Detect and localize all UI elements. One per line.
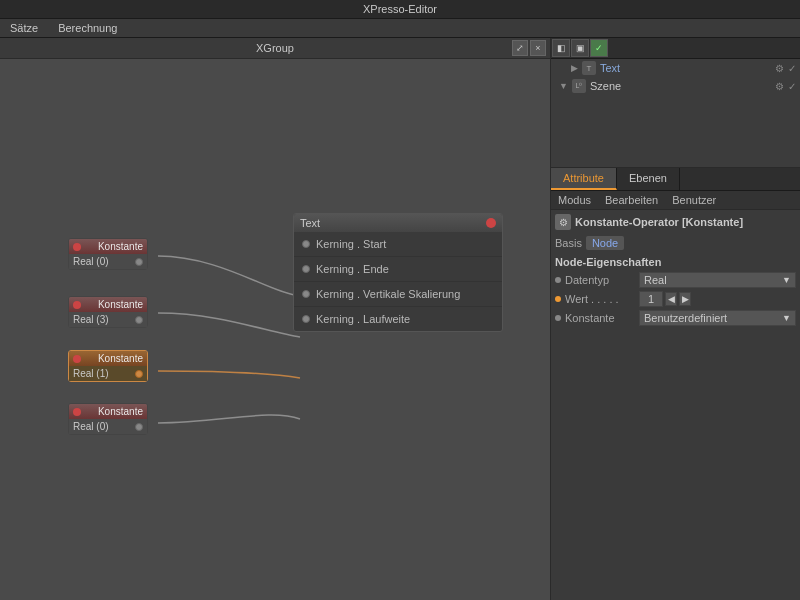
- attr-tool-modus[interactable]: Modus: [555, 193, 594, 207]
- prop-label-konstante: Konstante: [565, 312, 635, 324]
- prop-dot-datentyp: [555, 277, 561, 283]
- node-4-red-dot: [73, 408, 81, 416]
- text-node-item-3: Kerning . Laufweite: [294, 307, 502, 331]
- scene-szene-label: Szene: [590, 80, 621, 92]
- scene-expand-icon: ▶: [571, 63, 578, 73]
- konstante-node-2[interactable]: Konstante Real (3): [68, 296, 148, 328]
- menu-bar: Sätze Berechnung: [0, 19, 800, 38]
- scene-szene-icon: L⁰: [572, 79, 586, 93]
- text-port-3[interactable]: [302, 315, 310, 323]
- tab-attribute[interactable]: Attribute: [551, 168, 617, 190]
- text-node-label: Text: [300, 217, 320, 229]
- main-content: XGroup ⤢ × Konstante Real (0): [0, 38, 800, 600]
- text-item-1-label: Kerning . Ende: [316, 263, 389, 275]
- basis-label: Basis: [555, 237, 582, 249]
- attr-content: ⚙ Konstante-Operator [Konstante] Basis N…: [551, 210, 800, 600]
- scene-area: ◧ ▣ ✓ ▶ T Text ⚙ ✓ ▼ L⁰ Szene ⚙ ✓: [551, 38, 800, 168]
- prop-dot-wert: [555, 296, 561, 302]
- konstante-node-4[interactable]: Konstante Real (0): [68, 403, 148, 435]
- prop-label-datentyp: Datentyp: [565, 274, 635, 286]
- scene-toolbar: ◧ ▣ ✓: [551, 38, 800, 59]
- xgroup-header: XGroup ⤢ ×: [0, 38, 550, 59]
- prop-row-wert: Wert . . . . . 1 ◀ ▶: [555, 291, 796, 307]
- node-3-red-dot: [73, 355, 81, 363]
- prop-wert-value[interactable]: 1: [639, 291, 663, 307]
- text-port-1[interactable]: [302, 265, 310, 273]
- text-item-0-label: Kerning . Start: [316, 238, 386, 250]
- node-1-port[interactable]: [135, 258, 143, 266]
- node-3-label: Konstante: [98, 353, 143, 364]
- node-3-header: Konstante: [69, 351, 147, 366]
- node-2-port[interactable]: [135, 316, 143, 324]
- node-4-port[interactable]: [135, 423, 143, 431]
- tab-ebenen[interactable]: Ebenen: [617, 168, 680, 190]
- scene-text-label: Text: [600, 62, 620, 74]
- prop-label-wert: Wert . . . . .: [565, 293, 635, 305]
- prop-dropdown-datentyp-arrow: ▼: [782, 275, 791, 285]
- xgroup-expand-icon[interactable]: ⤢: [512, 40, 528, 56]
- prop-dropdown-konstante-arrow: ▼: [782, 313, 791, 323]
- text-node-item-0: Kerning . Start: [294, 232, 502, 257]
- scene-check-icon: ✓: [788, 63, 796, 74]
- prop-wert-increment[interactable]: ▶: [679, 292, 691, 306]
- scene-text-badge: ⚙: [775, 63, 784, 74]
- scene-tool-check[interactable]: ✓: [590, 39, 608, 57]
- text-node-header: Text: [294, 214, 502, 232]
- attr-gear-icon: ⚙: [555, 214, 571, 230]
- prop-dropdown-datentyp[interactable]: Real ▼: [639, 272, 796, 288]
- node-4-header: Konstante: [69, 404, 147, 419]
- text-node-item-2: Kerning . Vertikale Skalierung: [294, 282, 502, 307]
- scene-szene-badge: ⚙: [775, 81, 784, 92]
- node-1-red-dot: [73, 243, 81, 251]
- menu-saetze[interactable]: Sätze: [6, 21, 42, 35]
- attr-title-row: ⚙ Konstante-Operator [Konstante]: [555, 214, 796, 230]
- scene-text-icon: T: [582, 61, 596, 75]
- scene-item-text[interactable]: ▶ T Text ⚙ ✓: [551, 59, 800, 77]
- node-3-value: Real (1): [73, 368, 109, 379]
- node-2-body: Real (3): [69, 312, 147, 327]
- text-item-3-label: Kerning . Laufweite: [316, 313, 410, 325]
- node-2-header: Konstante: [69, 297, 147, 312]
- scene-szene-check: ✓: [788, 81, 796, 92]
- prop-row-konstante: Konstante Benutzerdefiniert ▼: [555, 310, 796, 326]
- node-4-body: Real (0): [69, 419, 147, 434]
- node-1-header: Konstante: [69, 239, 147, 254]
- prop-dropdown-datentyp-value: Real: [644, 274, 667, 286]
- xgroup-icons: ⤢ ×: [512, 40, 546, 56]
- text-node-item-1: Kerning . Ende: [294, 257, 502, 282]
- attr-node-name: Konstante-Operator [Konstante]: [575, 216, 743, 228]
- prop-dropdown-konstante[interactable]: Benutzerdefiniert ▼: [639, 310, 796, 326]
- prop-dot-konstante: [555, 315, 561, 321]
- text-node[interactable]: Text Kerning . Start Kerning . Ende Kern…: [293, 213, 503, 332]
- attr-tool-benutzer[interactable]: Benutzer: [669, 193, 719, 207]
- text-port-2[interactable]: [302, 290, 310, 298]
- node-4-label: Konstante: [98, 406, 143, 417]
- node-1-label: Konstante: [98, 241, 143, 252]
- prop-wert-decrement[interactable]: ◀: [665, 292, 677, 306]
- scene-szene-expand-icon: ▼: [559, 81, 568, 91]
- basis-value[interactable]: Node: [586, 236, 624, 250]
- basis-row: Basis Node: [555, 236, 796, 250]
- right-panel: ◧ ▣ ✓ ▶ T Text ⚙ ✓ ▼ L⁰ Szene ⚙ ✓ Attrib: [550, 38, 800, 600]
- node-4-value: Real (0): [73, 421, 109, 432]
- scene-tool-1[interactable]: ◧: [552, 39, 570, 57]
- scene-item-szene[interactable]: ▼ L⁰ Szene ⚙ ✓: [551, 77, 800, 95]
- xgroup-label: XGroup: [256, 42, 294, 54]
- text-node-close-button[interactable]: [486, 218, 496, 228]
- node-2-red-dot: [73, 301, 81, 309]
- scene-tool-2[interactable]: ▣: [571, 39, 589, 57]
- node-2-value: Real (3): [73, 314, 109, 325]
- attr-tool-bearbeiten[interactable]: Bearbeiten: [602, 193, 661, 207]
- node-3-port[interactable]: [135, 370, 143, 378]
- prop-row-datentyp: Datentyp Real ▼: [555, 272, 796, 288]
- menu-berechnung[interactable]: Berechnung: [54, 21, 121, 35]
- attr-toolbar: Modus Bearbeiten Benutzer: [551, 191, 800, 210]
- props-section-title: Node-Eigenschaften: [555, 256, 796, 268]
- text-item-2-label: Kerning . Vertikale Skalierung: [316, 288, 460, 300]
- text-port-0[interactable]: [302, 240, 310, 248]
- konstante-node-3[interactable]: Konstante Real (1): [68, 350, 148, 382]
- konstante-node-1[interactable]: Konstante Real (0): [68, 238, 148, 270]
- attribute-tabs: Attribute Ebenen: [551, 168, 800, 191]
- xgroup-close-icon[interactable]: ×: [530, 40, 546, 56]
- xgroup-panel: XGroup ⤢ × Konstante Real (0): [0, 38, 550, 600]
